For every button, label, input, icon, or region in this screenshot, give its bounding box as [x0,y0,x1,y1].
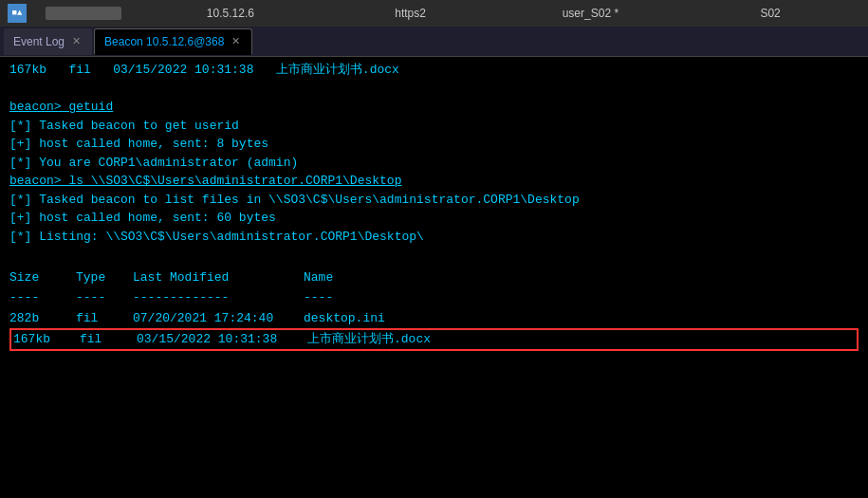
row2-size: 167kb [13,330,80,349]
terminal-line-scrolled: 167kb fil 03/15/2022 10:31:38 上市商业计划书.do… [9,61,859,80]
row1-type: fil [76,309,133,328]
row2-name: 上市商业计划书.docx [307,330,855,349]
file-listing-table: Size Type Last Modified Name ---- ---- -… [9,268,859,351]
row2-type: fil [80,330,137,349]
title-user: user_S02 * [501,7,681,20]
col-header-modified: Last Modified [133,268,304,287]
terminal-host-home-2: [+] host called home, sent: 60 bytes [9,209,859,228]
table-divider-row: ---- ---- ------------- ---- [9,288,859,307]
table-header-row: Size Type Last Modified Name [9,268,859,287]
title-bar: ■▲ 10.5.12.6 https2 user_S02 * S02 [0,0,868,27]
title-host: S02 [680,7,860,20]
terminal-prompt-getuid: beacon> getuid [9,98,859,117]
terminal: 167kb fil 03/15/2022 10:31:38 上市商业计划书.do… [0,57,868,498]
terminal-host-home-1: [+] host called home, sent: 8 bytes [9,135,859,154]
title-sections: 10.5.12.6 https2 user_S02 * S02 [140,7,860,20]
terminal-listing: [*] Listing: \\SO3\C$\Users\administrato… [9,228,859,247]
row1-name: desktop.ini [304,309,859,328]
tab-beacon-label: Beacon 10.5.12.6@368 [104,35,224,48]
col-div-size: ---- [9,288,76,307]
title-blurred [46,7,121,20]
col-div-name: ---- [304,288,859,307]
tab-event-log-label: Event Log [13,35,65,48]
col-header-name: Name [304,268,859,287]
col-header-type: Type [76,268,133,287]
row2-modified: 03/15/2022 10:31:38 [137,330,307,349]
title-ip: 10.5.12.6 [140,7,321,20]
tab-beacon-close[interactable]: ✕ [230,35,242,47]
terminal-tasked-getuid: [*] Tasked beacon to get userid [9,117,859,136]
row1-size: 282b [9,309,76,328]
terminal-blank-1 [9,80,859,99]
terminal-blank-2 [9,246,859,265]
table-row-1: 282b fil 07/20/2021 17:24:40 desktop.ini [9,309,859,328]
app-icon: ■▲ [8,4,27,23]
col-header-size: Size [9,268,76,287]
col-div-modified: ------------- [133,288,304,307]
table-row-2-highlighted: 167kb fil 03/15/2022 10:31:38 上市商业计划书.do… [9,328,859,351]
terminal-you-are: [*] You are CORP1\administrator (admin) [9,154,859,173]
tab-event-log-close[interactable]: ✕ [70,35,83,47]
col-div-type: ---- [76,288,133,307]
tab-event-log[interactable]: Event Log ✕ [4,28,92,55]
terminal-prompt-ls: beacon> ls \\SO3\C$\Users\administrator.… [9,172,859,191]
row1-modified: 07/20/2021 17:24:40 [133,309,304,328]
terminal-tasked-ls: [*] Tasked beacon to list files in \\SO3… [9,191,859,210]
tab-beacon[interactable]: Beacon 10.5.12.6@368 ✕ [94,28,252,55]
tab-bar: Event Log ✕ Beacon 10.5.12.6@368 ✕ [0,27,868,57]
title-protocol: https2 [321,7,501,20]
